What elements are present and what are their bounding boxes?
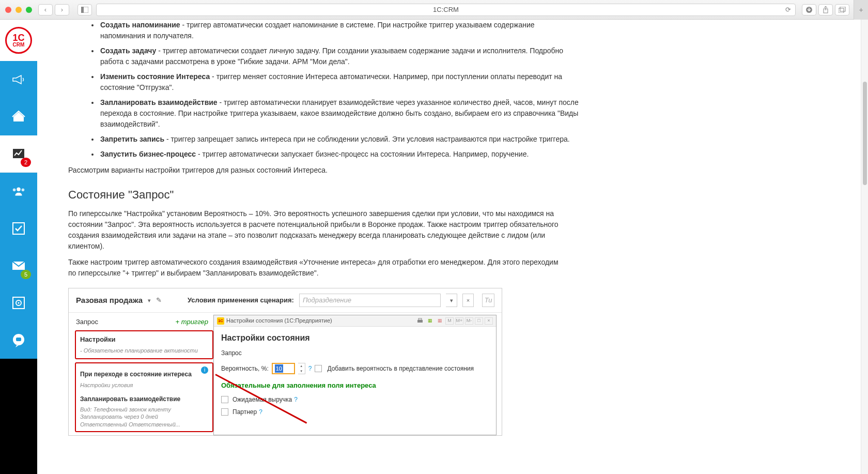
svg-rect-16 <box>16 338 21 341</box>
checkbox-icon <box>11 221 26 236</box>
add-trigger-link[interactable]: + триггер <box>176 317 208 327</box>
sidebar-item-analytics[interactable]: 2 <box>0 135 37 173</box>
state-settings-dialog: 1C Настройки состояния (1С:Предприятие) … <box>213 315 497 435</box>
state-label: Запрос <box>76 317 98 327</box>
plan-detail: Запланировать через 0 дней <box>80 413 208 420</box>
scroll-thumb[interactable] <box>863 82 867 185</box>
svg-rect-17 <box>417 320 423 323</box>
help-icon[interactable]: ? <box>294 395 298 404</box>
sidebar-item-home[interactable] <box>0 98 37 135</box>
sidebar-item-chat[interactable] <box>0 322 37 359</box>
plan-header: Запланировать взаимодействие <box>80 394 208 404</box>
calendar-icon[interactable]: ▦ <box>426 317 434 325</box>
svg-point-8 <box>13 188 16 191</box>
close-window-button[interactable] <box>5 7 11 13</box>
embedded-screenshot: Разовая продажа ▾ ✎ Условия применения с… <box>68 288 502 436</box>
svg-point-7 <box>17 188 20 191</box>
address-bar[interactable]: 1C:CRM ⟳ <box>96 4 796 16</box>
sidebar-item-tasks[interactable] <box>0 210 37 247</box>
logo[interactable]: 1C CRM <box>0 20 37 61</box>
zoom-window-button[interactable] <box>26 7 32 13</box>
trigger-list: Создать напоминание - триггер автоматиче… <box>99 20 580 160</box>
list-item: Создать задачу - триггер автоматически с… <box>99 45 580 67</box>
list-item: Запустить бизнес-процесс - триггер автом… <box>99 149 580 160</box>
svg-rect-5 <box>840 7 845 11</box>
window-controls <box>5 7 32 13</box>
sidebar-item-safe[interactable] <box>0 284 37 322</box>
dropdown-icon[interactable]: ▾ <box>148 296 151 305</box>
scenario-title: Разовая продажа <box>76 295 143 307</box>
add-probability-label: Добавить вероятность в представление сос… <box>327 364 474 373</box>
type-input[interactable]: Ти <box>482 294 494 307</box>
safe-icon <box>11 296 26 310</box>
checkbox[interactable] <box>221 396 228 403</box>
users-icon <box>11 184 26 198</box>
sidebar-item-megaphone[interactable] <box>0 61 37 98</box>
badge: 5 <box>21 270 31 279</box>
conditions-input[interactable]: Подразделение <box>299 294 441 307</box>
close-button[interactable]: × <box>485 317 493 325</box>
checkbox[interactable] <box>221 408 228 416</box>
help-icon[interactable]: ? <box>259 407 262 417</box>
field-label: Партнер <box>233 407 257 417</box>
paragraph: Рассмотрим варианты настройки триггеров … <box>68 165 564 176</box>
m-button[interactable]: M <box>445 317 454 325</box>
transition-sub: Настройки условия <box>80 381 208 390</box>
home-icon <box>11 110 26 124</box>
list-item: Запретить запись - триггер запрещает зап… <box>99 134 580 145</box>
calendar-31-icon[interactable]: ▦ <box>436 317 444 325</box>
settings-sub: - Обязательное планирование активности <box>80 346 208 355</box>
new-tab-button[interactable]: + <box>854 0 868 20</box>
plan-detail: Ответственный Ответственный... <box>80 421 208 428</box>
help-icon[interactable]: ? <box>308 364 312 373</box>
dialog-state: Запрос <box>221 348 489 358</box>
transition-highlight-box: i При переходе в состояние интереса Наст… <box>75 362 213 432</box>
print-icon[interactable] <box>416 317 424 325</box>
reload-icon[interactable]: ⟳ <box>785 6 791 13</box>
sidebar-item-mail[interactable]: 5 <box>0 247 37 284</box>
sidebar-toggle-button[interactable] <box>78 4 92 16</box>
list-item: Запланировать взаимодействие - триггер а… <box>99 97 580 130</box>
forward-button[interactable]: › <box>55 4 69 16</box>
edit-icon[interactable]: ✎ <box>156 295 162 305</box>
svg-point-14 <box>18 302 20 304</box>
svg-rect-18 <box>419 318 422 320</box>
article-content: Создать напоминание - триггер автоматиче… <box>37 20 868 474</box>
svg-rect-6 <box>13 149 24 158</box>
share-button[interactable] <box>818 4 833 16</box>
downloads-button[interactable] <box>802 4 816 16</box>
paragraph: По гиперссылке "Настройка" установим Вер… <box>68 208 564 252</box>
sidebar-spacer <box>0 359 37 396</box>
back-button[interactable]: ‹ <box>38 4 53 16</box>
required-fields-header: Обязательные для заполнения поля интерес… <box>221 380 489 391</box>
transition-header: При переходе в состояние интереса <box>80 370 208 379</box>
svg-rect-1 <box>81 7 84 13</box>
clear-button[interactable]: × <box>462 294 474 307</box>
sidebar-item-contacts[interactable] <box>0 173 37 210</box>
page-title: 1C:CRM <box>433 6 459 13</box>
minimize-window-button[interactable] <box>16 7 22 13</box>
spinner[interactable]: ▲▼ <box>298 363 305 374</box>
dropdown-button[interactable]: ▾ <box>446 294 457 307</box>
scrollbar[interactable] <box>861 20 868 474</box>
maximize-button[interactable]: □ <box>475 317 483 325</box>
plan-detail: Вид: Телефонный звонок клиенту <box>80 406 208 413</box>
probability-input[interactable]: 10 <box>272 363 295 374</box>
info-icon[interactable]: i <box>201 366 208 374</box>
tabs-button[interactable] <box>835 4 849 16</box>
megaphone-icon <box>11 72 26 87</box>
section-heading: Состояние "Запрос" <box>68 186 847 203</box>
mplus-button[interactable]: M+ <box>455 317 463 325</box>
svg-rect-4 <box>839 8 844 13</box>
paragraph: Также настроим триггер автоматического с… <box>68 257 564 279</box>
list-item: Изменить состояние Интереса - триггер ме… <box>99 71 580 93</box>
browser-toolbar: ‹ › 1C:CRM ⟳ + <box>0 0 868 20</box>
dialog-title: Настройки состояния (1С:Предприятие) <box>226 316 332 325</box>
checkbox[interactable] <box>315 365 322 372</box>
mminus-button[interactable]: M- <box>465 317 473 325</box>
app-sidebar: 1C CRM 2 <box>0 20 37 474</box>
svg-point-9 <box>22 188 25 191</box>
probability-label: Вероятность, %: <box>221 364 269 373</box>
chat-icon <box>11 333 26 347</box>
settings-header: Настройки <box>80 334 208 345</box>
